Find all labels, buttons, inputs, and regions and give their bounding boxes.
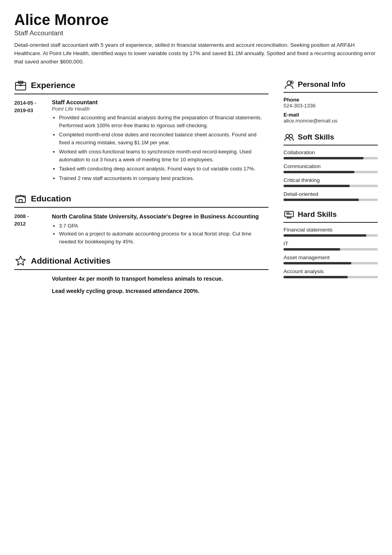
hard-skill-bar-bg-2 xyxy=(284,262,378,264)
exp-company-0: Point Life Health xyxy=(52,106,268,112)
activities-content-0: Volunteer 4x per month to transport home… xyxy=(52,275,268,299)
hard-skills-title: Hard Skills xyxy=(298,210,337,219)
hard-skill-bar-fill-1 xyxy=(284,248,340,251)
soft-skills-header: Soft Skills xyxy=(284,132,378,145)
experience-header: Experience xyxy=(14,79,268,94)
soft-skill-bar-bg-2 xyxy=(284,185,378,187)
main-layout: Experience 2014-05 - 2019-03 Staff Accou… xyxy=(14,79,378,543)
experience-title: Experience xyxy=(31,80,75,90)
activity-item-1: Lead weekly cycling group. Increased att… xyxy=(52,287,268,295)
experience-entry-0: 2014-05 - 2019-03 Staff Accountant Point… xyxy=(14,99,268,184)
hard-skill-name-0: Financial statements xyxy=(284,227,378,233)
hard-skill-0: Financial statements xyxy=(284,227,378,237)
education-section: Education 2008 - 2012 North Carolina Sta… xyxy=(14,192,268,246)
hard-skills-section: Hard Skills Financial statements IT Asse… xyxy=(284,209,378,278)
edu-bullet-0-1: Worked on a project to automate accounti… xyxy=(59,230,268,246)
hard-skills-header: Hard Skills xyxy=(284,209,378,223)
right-column: Personal Info Phone 524-303-1336 E-mail … xyxy=(280,79,378,543)
exp-dates-0: 2014-05 - 2019-03 xyxy=(14,99,52,184)
activities-icon xyxy=(14,255,27,267)
exp-content-0: Staff Accountant Point Life Health Provi… xyxy=(52,99,268,184)
resume-page: Alice Monroe Staff Accountant Detail-ori… xyxy=(0,0,392,555)
exp-bullet-0-3: Tasked with conducting deep account anal… xyxy=(59,165,268,173)
soft-skills-section: Soft Skills Collaboration Communication … xyxy=(284,132,378,201)
education-title: Education xyxy=(31,194,71,203)
phone-value: 524-303-1336 xyxy=(284,103,378,109)
soft-skill-bar-fill-0 xyxy=(284,157,363,159)
soft-skill-bar-bg-0 xyxy=(284,157,378,159)
exp-bullet-0-2: Worked with cross-functional teams to sy… xyxy=(59,148,268,164)
hard-skill-name-1: IT xyxy=(284,241,378,247)
soft-skill-name-2: Critical thinking xyxy=(284,177,378,183)
soft-skill-bar-fill-2 xyxy=(284,185,350,187)
activities-header: Additional Activities xyxy=(14,255,268,270)
svg-rect-6 xyxy=(19,199,22,203)
edu-degree-0: North Carolina State University, Associa… xyxy=(52,212,268,220)
hard-skill-bar-fill-0 xyxy=(284,234,366,237)
personal-info-title: Personal Info xyxy=(298,80,345,89)
email-label: E-mail xyxy=(284,112,378,118)
hard-skill-name-3: Account analysis xyxy=(284,268,378,274)
edu-entry-0: 2008 - 2012 North Carolina State Univers… xyxy=(14,212,268,246)
soft-skill-3: Detail-oriented xyxy=(284,191,378,201)
personal-info-phone: Phone 524-303-1336 xyxy=(284,97,378,109)
phone-label: Phone xyxy=(284,97,378,103)
personal-info-header: Personal Info xyxy=(284,79,378,93)
soft-skill-name-3: Detail-oriented xyxy=(284,191,378,197)
exp-bullet-0-1: Completed month-end close duties and rec… xyxy=(59,131,268,147)
soft-skills-icon xyxy=(284,132,295,143)
education-icon xyxy=(14,192,27,205)
soft-skills-title: Soft Skills xyxy=(298,133,334,142)
exp-bullet-0-0: Provided accounting and financial analys… xyxy=(59,114,268,130)
education-header: Education xyxy=(14,192,268,208)
edu-bullet-0-0: 3.7 GPA xyxy=(59,222,268,230)
activities-title: Additional Activities xyxy=(31,256,110,266)
hard-skill-bar-bg-3 xyxy=(284,276,378,278)
exp-bullets-0: Provided accounting and financial analys… xyxy=(52,114,268,182)
experience-section: Experience 2014-05 - 2019-03 Staff Accou… xyxy=(14,79,268,184)
activities-entry-0: Volunteer 4x per month to transport home… xyxy=(14,275,268,299)
email-value: alice.monroe@email.us xyxy=(284,118,378,124)
soft-skill-name-0: Collaboration xyxy=(284,149,378,155)
hard-skill-1: IT xyxy=(284,241,378,251)
exp-job-title-0: Staff Accountant xyxy=(52,99,268,105)
exp-bullet-0-4: Trained 2 new staff accountants in compa… xyxy=(59,174,268,182)
experience-icon xyxy=(14,79,27,92)
soft-skill-bar-fill-1 xyxy=(284,171,354,173)
soft-skill-bar-bg-1 xyxy=(284,171,378,173)
soft-skill-2: Critical thinking xyxy=(284,177,378,187)
soft-skill-1: Communication xyxy=(284,163,378,173)
hard-skills-icon xyxy=(284,209,295,220)
candidate-title: Staff Accountant xyxy=(14,29,378,37)
hard-skill-3: Account analysis xyxy=(284,268,378,278)
hard-skill-bar-fill-3 xyxy=(284,276,348,278)
soft-skill-bar-bg-3 xyxy=(284,199,378,201)
soft-skill-0: Collaboration xyxy=(284,149,378,159)
activity-item-0: Volunteer 4x per month to transport home… xyxy=(52,275,268,283)
candidate-summary: Detail-oriented staff accountant with 5 … xyxy=(14,41,378,66)
hard-skill-bar-bg-1 xyxy=(284,248,378,251)
edu-bullets-0: 3.7 GPA Worked on a project to automate … xyxy=(52,222,268,246)
svg-point-13 xyxy=(289,134,293,138)
candidate-name: Alice Monroe xyxy=(14,12,378,29)
edu-content-0: North Carolina State University, Associa… xyxy=(52,212,268,246)
personal-info-section: Personal Info Phone 524-303-1336 E-mail … xyxy=(284,79,378,124)
personal-info-icon xyxy=(284,79,295,90)
soft-skill-bar-fill-3 xyxy=(284,199,359,201)
svg-marker-7 xyxy=(16,256,25,265)
personal-info-email: E-mail alice.monroe@email.us xyxy=(284,112,378,124)
activities-section: Additional Activities Volunteer 4x per m… xyxy=(14,255,268,299)
hard-skill-bar-bg-0 xyxy=(284,234,378,237)
activities-spacer-0 xyxy=(14,275,52,299)
edu-dates-0: 2008 - 2012 xyxy=(14,212,52,246)
header: Alice Monroe Staff Accountant Detail-ori… xyxy=(14,12,378,73)
svg-point-12 xyxy=(286,134,289,138)
hard-skill-name-2: Asset management xyxy=(284,255,378,260)
left-column: Experience 2014-05 - 2019-03 Staff Accou… xyxy=(14,79,280,543)
hard-skill-2: Asset management xyxy=(284,255,378,264)
soft-skill-name-1: Communication xyxy=(284,163,378,169)
hard-skill-bar-fill-2 xyxy=(284,262,351,264)
svg-rect-3 xyxy=(19,84,22,86)
